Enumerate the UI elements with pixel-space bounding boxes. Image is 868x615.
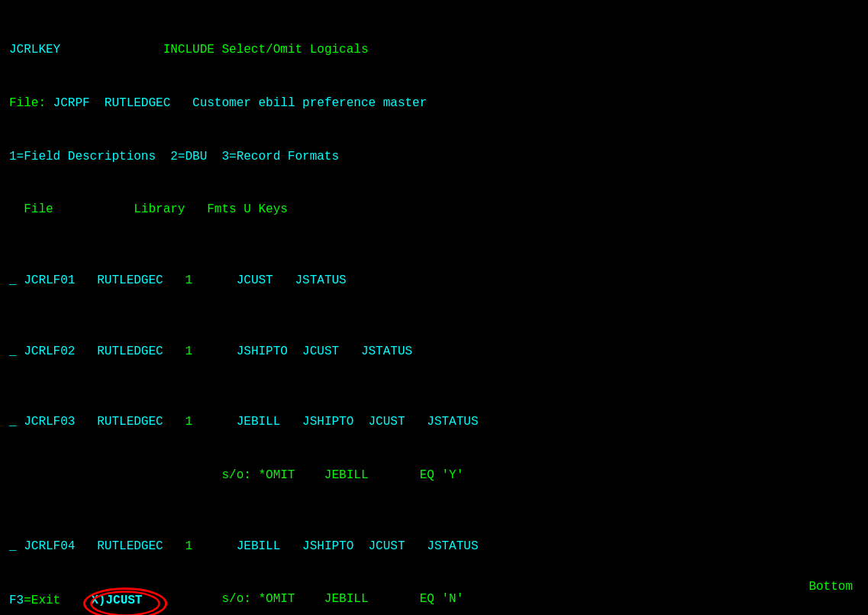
file-library: RUTLEDGEC	[105, 96, 170, 110]
options-line: 1=Field Descriptions 2=DBU 3=Record Form…	[9, 148, 859, 166]
f3-label-text: =Exit	[24, 594, 60, 607]
x-jcust-label: X)JCUST	[91, 594, 142, 607]
row-jcrlf04: _ JCRLF04 RUTLEDGEC 1 JEBILL JSHIPTO JCU…	[9, 538, 859, 555]
row-jcrlf02: _ JCRLF02 RUTLEDGEC 1 JSHIPTO JCUST JSTA…	[9, 343, 859, 361]
file-description: Customer ebill preference master	[192, 96, 427, 110]
x-jcust-button[interactable]: X)JCUST	[91, 594, 142, 607]
file-line: File: JCRPF RUTLEDGEC Customer ebill pre…	[9, 95, 859, 112]
header-line: File Library Fmts U Keys	[9, 201, 859, 218]
row-jcrlf03-so: s/o: *OMIT JEBILL EQ 'Y'	[9, 467, 859, 484]
jcrlkey-label: JCRLKEY	[9, 43, 60, 57]
title-line: JCRLKEY INCLUDE Select/Omit Logicals	[9, 41, 859, 59]
f3-key: F3	[9, 594, 24, 607]
bottom-indicator: Bottom	[808, 580, 853, 594]
terminal-screen: JCRLKEY INCLUDE Select/Omit Logicals Fil…	[0, 0, 868, 615]
row-jcrlf01: _ JCRLF01 RUTLEDGEC 1 JCUST JSTATUS	[9, 272, 859, 290]
f3-exit-label[interactable]: F3=Exit	[9, 594, 60, 607]
row-jcrlf03: _ JCRLF03 RUTLEDGEC 1 JEBILL JSHIPTO JCU…	[9, 413, 859, 431]
bottom-bar: F3=Exit X)JCUST	[0, 594, 868, 607]
file-name: JCRPF	[53, 96, 90, 110]
